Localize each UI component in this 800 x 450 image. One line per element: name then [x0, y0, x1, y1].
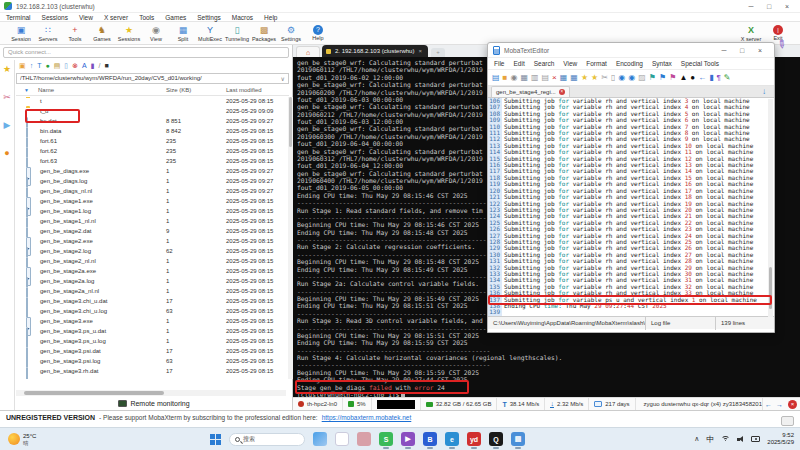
delete-icon[interactable]: ⊗ — [72, 62, 78, 70]
menu-help[interactable]: Help — [264, 14, 277, 21]
editor-title-bar[interactable]: MobaTextEditor ─ □ × — [488, 43, 774, 58]
new-tab-button[interactable]: + — [431, 48, 445, 57]
maximize-button[interactable]: □ — [760, 3, 778, 10]
status-segment[interactable]: 32.82 GB / 62.65 GB — [421, 398, 498, 411]
file-row[interactable]: gen_be_stage1.log12025-05-29 08:15 — [16, 207, 286, 217]
toolbar-help-button[interactable]: ?Help — [305, 25, 331, 41]
column-modified[interactable]: Last modified — [226, 87, 262, 93]
minimize-button[interactable]: ─ — [742, 3, 760, 10]
toolbar-servers-button[interactable]: ∷Servers — [35, 25, 61, 42]
file-row[interactable]: gen_be_stage2.log622025-05-29 08:15 — [16, 247, 286, 257]
status-prev-icon[interactable]: ← — [763, 401, 774, 408]
upload-icon[interactable]: ↑ — [30, 62, 34, 70]
file-row[interactable]: bin.data8 8422025-05-29 08:15 — [16, 127, 286, 137]
edit-icon[interactable]: ✎ — [724, 73, 731, 82]
status-segment[interactable] — [372, 398, 421, 411]
toolbar-x-server-button[interactable]: XX server — [738, 25, 764, 42]
file-table-header[interactable]: ▼ Name Size (KB) Last modified — [16, 86, 289, 96]
toolbar-multiexec-button[interactable]: YMultiExec — [197, 25, 223, 42]
file-row[interactable]: gen_be_stage2a.exe12025-05-29 08:15 — [16, 267, 286, 277]
file-row[interactable]: gen_be_stage3.rh.dat172025-05-29 08:15 — [16, 367, 286, 377]
wifi-icon[interactable] — [721, 436, 730, 443]
toolbar-exit-button[interactable]: |Exit — [765, 25, 791, 41]
widgets-icon[interactable] — [313, 432, 327, 446]
tools-tab-icon[interactable]: ✂ — [3, 92, 11, 102]
quick-connect-input[interactable]: Quick connect... — [3, 47, 289, 58]
toolbar-sessions-button[interactable]: ★Sessions — [116, 25, 142, 42]
menu-games[interactable]: Games — [165, 14, 186, 21]
replace-icon[interactable]: ◉ — [628, 73, 635, 82]
toolbar-games-button[interactable]: ♞Games — [89, 25, 115, 42]
status-close-icon[interactable]: × — [788, 400, 797, 409]
terminal-tab[interactable]: 2. 192.168.2.103 (clusterwhu) × — [322, 45, 428, 57]
file-row[interactable]: gen_be_stage3.psi.log632025-05-29 08:15 — [16, 357, 286, 367]
tab-close-icon[interactable]: × — [418, 45, 422, 57]
file-row[interactable]: gen_be_stage3.chi_u.dat172025-05-29 08:1… — [16, 297, 286, 307]
mobatek-link[interactable]: https://mobaxterm.mobatek.net — [322, 414, 412, 421]
editor-content[interactable]: 106Submitting job for variable rh and ve… — [488, 98, 774, 316]
editor-tab-close-icon[interactable]: × — [559, 89, 565, 95]
start-button[interactable] — [210, 434, 221, 445]
file-row[interactable]: gen_be_stage3.exe12025-05-29 08:15 — [16, 317, 286, 327]
file-row[interactable]: gen_be_stage3.psi.dat172025-05-29 08:15 — [16, 347, 286, 357]
editor-menu-special-tools[interactable]: Special Tools — [681, 60, 719, 67]
refresh-icon[interactable]: ● — [45, 62, 49, 70]
rename-icon[interactable]: A — [82, 62, 87, 70]
editor-menu-search[interactable]: Search — [534, 60, 555, 67]
editor-scrollbar[interactable] — [768, 99, 773, 317]
file-row[interactable]: gen_be_stage3.chi_u.log632025-05-29 08:1… — [16, 307, 286, 317]
app-media-icon[interactable]: ▶ — [401, 432, 415, 446]
sftp-tab-icon[interactable]: ● — [4, 148, 9, 158]
print-icon[interactable]: ▤ — [542, 73, 550, 82]
toolbar-packages-button[interactable]: ▩Packages — [251, 25, 277, 42]
menu-x-server[interactable]: X server — [104, 14, 128, 21]
menu-tools[interactable]: Tools — [139, 14, 154, 21]
status-segment[interactable]: zyguo dustenwhu qx-dqr (x4) zy3183458201… — [636, 398, 763, 411]
outdent-icon[interactable]: ▦ — [570, 73, 578, 82]
file-row[interactable]: fort.612352025-05-29 08:15 — [16, 137, 286, 147]
sessions-tab-icon[interactable]: ★ — [3, 64, 11, 74]
remote-monitoring-button[interactable]: Remote monitoring — [15, 400, 293, 407]
columns-icon[interactable]: ▮ — [709, 73, 713, 82]
menu-terminal[interactable]: Terminal — [6, 14, 31, 21]
block-icon[interactable]: ▨ — [638, 73, 646, 82]
flag-teal-icon[interactable]: ⚑ — [649, 73, 656, 82]
status-segment[interactable]: 5% — [343, 398, 372, 411]
permissions-icon[interactable]: ▮ — [91, 62, 95, 70]
bookmark-icon[interactable]: ▣ — [19, 62, 26, 70]
editor-menu-view[interactable]: View — [563, 60, 577, 67]
cut-icon[interactable]: ✂ — [601, 73, 608, 82]
editor-menu-encoding[interactable]: Encoding — [616, 60, 643, 67]
menu-sessions[interactable]: Sessions — [42, 14, 68, 21]
folder-icon[interactable]: ▤ — [54, 62, 61, 70]
linux-icon[interactable]: ▲ — [679, 73, 687, 82]
web-icon[interactable]: ◉ — [510, 73, 517, 82]
mac-icon[interactable]: ● — [690, 73, 695, 82]
toolbar-view-button[interactable]: ◉View — [143, 25, 169, 42]
editor-menu-format[interactable]: Format — [586, 60, 607, 67]
path-bar[interactable]: /THL7/home/clusterwhu/wym/WRFDA/run_20da… — [16, 73, 289, 84]
column-size[interactable]: Size (KB) — [166, 87, 191, 93]
toolbar-tunneling-button[interactable]: ▯Tunneling — [224, 25, 250, 42]
file-row[interactable]: gen_be_stage2_nl.nl12025-05-29 08:15 — [16, 257, 286, 267]
menu-view[interactable]: View — [79, 14, 93, 21]
status-segment[interactable]: T38.14 Mb/s — [497, 398, 545, 411]
file-row[interactable]: gen_be_stage3.ps_u.dat12025-05-29 08:15 — [16, 327, 286, 337]
editor-menu-file[interactable]: File — [494, 60, 504, 67]
macros-tab-icon[interactable]: ▶ — [4, 120, 11, 130]
file-row[interactable]: gen_be_stage2a_nl.nl12025-05-29 08:15 — [16, 287, 286, 297]
file-row[interactable]: fort.622352025-05-29 08:15 — [16, 147, 286, 157]
file-row[interactable]: gen_be_stage2a.log12025-05-29 08:15 — [16, 277, 286, 287]
user-avatar-icon[interactable] — [357, 432, 371, 446]
flag-blue-icon[interactable]: ⚑ — [659, 73, 666, 82]
app-green-icon[interactable]: S — [379, 432, 393, 446]
column-name[interactable]: Name — [38, 87, 54, 93]
file-row[interactable]: t2025-05-29 08:15 — [16, 97, 286, 107]
edge-icon[interactable]: e — [445, 432, 459, 446]
paragraph-icon[interactable]: ¶ — [717, 73, 721, 82]
taskbar-search[interactable]: 搜索 — [229, 433, 305, 446]
open-folder-icon[interactable]: ■ — [503, 73, 508, 82]
editor-close-button[interactable]: × — [751, 47, 769, 54]
file-row[interactable]: gen_be_stage2.dat92025-05-29 08:15 — [16, 227, 286, 237]
taskbar-clock[interactable]: 9:52 2025/5/29 — [767, 432, 794, 446]
